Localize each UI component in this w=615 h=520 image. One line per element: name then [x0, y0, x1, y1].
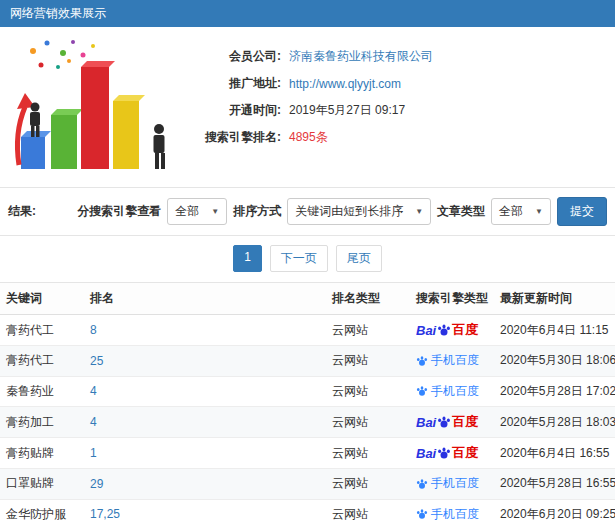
rank-type-cell: 云网站 [326, 315, 410, 346]
rank-cell: 4 [84, 407, 326, 438]
open-time-value: 2019年5月27日 09:17 [289, 102, 405, 119]
engine-cell: Bai百度 [410, 407, 494, 438]
open-time-label: 开通时间: [181, 102, 281, 119]
pagination: 1 下一页 尾页 [0, 235, 615, 282]
info-row-url: 推广地址: http://www.qlyyjt.com [181, 70, 605, 97]
keyword-cell: 膏药加工 [0, 407, 84, 438]
last-page-button[interactable]: 尾页 [336, 245, 382, 272]
page-1-button[interactable]: 1 [233, 245, 262, 272]
submit-button[interactable]: 提交 [557, 197, 607, 226]
chevron-down-icon: ▼ [211, 207, 219, 216]
results-table-body: 膏药代工8云网站Bai百度2020年6月4日 11:15膏药代工25云网站手机百… [0, 315, 615, 520]
baidu-paw-icon [416, 385, 428, 397]
engine-filter-value: 全部 [175, 203, 199, 220]
baidu-paw-icon [416, 478, 428, 490]
header-rank-type: 排名类型 [326, 283, 410, 315]
company-link[interactable]: 济南秦鲁药业科技有限公司 [289, 48, 433, 65]
table-row: 膏药代工8云网站Bai百度2020年6月4日 11:15 [0, 315, 615, 346]
filter-controls: 分搜索引擎查看 全部 ▼ 排序方式 关键词由短到长排序 ▼ 文章类型 全部 ▼ … [77, 197, 607, 226]
rank-link[interactable]: 29 [90, 477, 103, 491]
table-row: 秦鲁药业4云网站手机百度2020年5月28日 17:02 [0, 376, 615, 407]
rank-type-cell: 云网站 [326, 407, 410, 438]
url-label: 推广地址: [181, 75, 281, 92]
baidu-logo: Bai百度 [416, 413, 478, 431]
rank-cell: 25 [84, 346, 326, 377]
chevron-down-icon: ▼ [415, 207, 423, 216]
sort-filter-label: 排序方式 [233, 203, 281, 220]
engine-cell: 手机百度 [410, 346, 494, 377]
marketing-panel: 网络营销效果展示 [0, 0, 615, 187]
table-row: 膏药加工4云网站Bai百度2020年5月28日 18:03 [0, 407, 615, 438]
keyword-cell: 金华防护服 [0, 499, 84, 520]
baidu-paw-icon [437, 323, 451, 337]
engine-cell: 手机百度 [410, 376, 494, 407]
rank-link[interactable]: 25 [90, 354, 103, 368]
engine-rank-label: 搜索引擎排名: [181, 129, 281, 146]
baidu-paw-icon [437, 415, 451, 429]
panel-body: 会员公司: 济南秦鲁药业科技有限公司 推广地址: http://www.qlyy… [0, 27, 615, 187]
engine-cell: Bai百度 [410, 315, 494, 346]
rank-cell: 17,25 [84, 499, 326, 520]
rank-link[interactable]: 17,25 [90, 507, 120, 520]
header-keyword: 关键词 [0, 283, 84, 315]
time-cell: 2020年5月30日 18:06 [494, 346, 615, 377]
baidu-logo: Bai百度 [416, 321, 478, 339]
marketing-chart-image [6, 35, 181, 175]
sort-filter-select[interactable]: 关键词由短到长排序 ▼ [287, 198, 431, 225]
results-table: 关键词 排名 排名类型 搜索引擎类型 最新更新时间 膏药代工8云网站Bai百度2… [0, 282, 615, 520]
baidu-paw-icon [416, 508, 428, 520]
rank-type-cell: 云网站 [326, 376, 410, 407]
keyword-cell: 口罩贴牌 [0, 469, 84, 500]
engine-rank-count: 4895条 [289, 129, 328, 146]
article-type-filter-select[interactable]: 全部 ▼ [491, 198, 551, 225]
baidu-paw-icon [416, 355, 428, 367]
bar-chart-graphic [11, 35, 176, 175]
table-row: 金华防护服17,25云网站手机百度2020年6月20日 09:25 [0, 499, 615, 520]
businessman-right-figure [154, 124, 166, 169]
sort-filter-value: 关键词由短到长排序 [295, 203, 403, 220]
rank-type-cell: 云网站 [326, 346, 410, 377]
header-update-time: 最新更新时间 [494, 283, 615, 315]
panel-title: 网络营销效果展示 [0, 0, 615, 27]
mobile-baidu-logo: 手机百度 [416, 475, 479, 492]
table-row: 膏药贴牌1云网站Bai百度2020年6月4日 16:55 [0, 438, 615, 469]
time-cell: 2020年5月28日 18:03 [494, 407, 615, 438]
rank-cell: 29 [84, 469, 326, 500]
engine-cell: Bai百度 [410, 438, 494, 469]
info-row-engine-rank: 搜索引擎排名: 4895条 [181, 124, 605, 151]
chevron-down-icon: ▼ [535, 207, 543, 216]
mobile-baidu-logo: 手机百度 [416, 352, 479, 369]
baidu-paw-icon [437, 446, 451, 460]
article-type-filter-value: 全部 [499, 203, 523, 220]
rank-type-cell: 云网站 [326, 469, 410, 500]
time-cell: 2020年6月4日 11:15 [494, 315, 615, 346]
rank-link[interactable]: 4 [90, 415, 97, 429]
promotion-url-link[interactable]: http://www.qlyyjt.com [289, 77, 401, 91]
rank-link[interactable]: 8 [90, 323, 97, 337]
keyword-cell: 秦鲁药业 [0, 376, 84, 407]
member-info: 会员公司: 济南秦鲁药业科技有限公司 推广地址: http://www.qlyy… [181, 35, 605, 175]
rank-cell: 4 [84, 376, 326, 407]
time-cell: 2020年5月28日 16:55 [494, 469, 615, 500]
company-label: 会员公司: [181, 48, 281, 65]
keyword-cell: 膏药代工 [0, 346, 84, 377]
engine-cell: 手机百度 [410, 499, 494, 520]
filter-bar: 结果: 分搜索引擎查看 全部 ▼ 排序方式 关键词由短到长排序 ▼ 文章类型 全… [0, 187, 615, 235]
table-row: 口罩贴牌29云网站手机百度2020年5月28日 16:55 [0, 469, 615, 500]
rank-cell: 1 [84, 438, 326, 469]
next-page-button[interactable]: 下一页 [270, 245, 328, 272]
rank-link[interactable]: 4 [90, 384, 97, 398]
rank-cell: 8 [84, 315, 326, 346]
header-engine-type: 搜索引擎类型 [410, 283, 494, 315]
time-cell: 2020年6月4日 16:55 [494, 438, 615, 469]
engine-cell: 手机百度 [410, 469, 494, 500]
table-row: 膏药代工25云网站手机百度2020年5月30日 18:06 [0, 346, 615, 377]
time-cell: 2020年6月20日 09:25 [494, 499, 615, 520]
rank-link[interactable]: 1 [90, 446, 97, 460]
baidu-logo: Bai百度 [416, 444, 478, 462]
result-label: 结果: [8, 203, 36, 220]
rank-type-cell: 云网站 [326, 438, 410, 469]
engine-filter-select[interactable]: 全部 ▼ [167, 198, 227, 225]
time-cell: 2020年5月28日 17:02 [494, 376, 615, 407]
rank-type-cell: 云网站 [326, 499, 410, 520]
